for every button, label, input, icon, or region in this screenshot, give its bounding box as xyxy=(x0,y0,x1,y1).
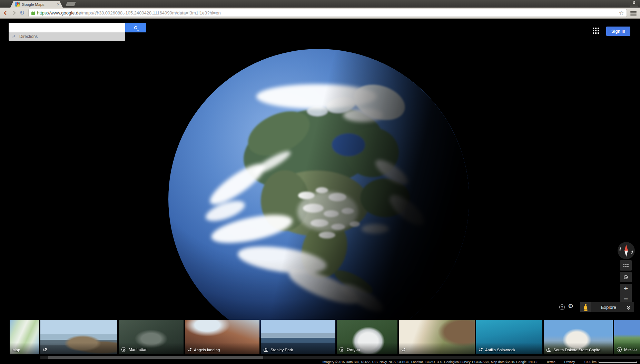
carousel-scrollbar-thumb[interactable] xyxy=(48,356,263,359)
carousel-item-map[interactable]: Map xyxy=(10,320,39,354)
photosphere-icon: ↺ xyxy=(401,347,406,352)
new-tab-button[interactable] xyxy=(66,2,76,6)
zoom-in-button[interactable]: + xyxy=(620,284,632,294)
map-viewport[interactable]: Directions Sign in + − ? ⚙ Explore xyxy=(0,19,640,364)
attribution-bar: Imagery ©2015 Data SIO, NOAA, U.S. Navy,… xyxy=(0,360,640,364)
url-bar[interactable]: https://www.google.de/maps/@38.0026088,-… xyxy=(28,9,627,17)
imagery-grid-button[interactable] xyxy=(620,260,632,271)
carousel-item-oregon[interactable]: Oregon xyxy=(337,320,397,354)
search-container xyxy=(9,23,146,32)
imagery-attribution: Imagery ©2015 Data SIO, NOAA, U.S. Navy,… xyxy=(323,360,538,364)
browser-menu-icon[interactable] xyxy=(630,11,637,16)
scale-label: 1000 km xyxy=(584,360,597,364)
carousel-item-angels-landing[interactable]: ↺Angels landing xyxy=(185,320,259,354)
thumb-label: Stanley Park xyxy=(270,348,293,352)
search-button[interactable] xyxy=(125,23,146,32)
camera-icon xyxy=(264,348,268,352)
padlock-icon xyxy=(31,12,35,15)
url-scheme: https xyxy=(37,10,47,16)
explore-bar: Explore xyxy=(580,302,634,312)
bookmark-star-icon[interactable]: ☆ xyxy=(619,10,624,16)
profile-button[interactable] xyxy=(630,1,638,7)
browser-toolbar: ↻ https://www.google.de/maps/@38.0026088… xyxy=(0,8,640,19)
thumb-label: Map xyxy=(12,348,20,352)
url-text: https://www.google.de/maps/@38.0026088,-… xyxy=(37,10,617,16)
imagery-grid-icon xyxy=(623,264,629,267)
browser-titlebar: Google Maps × xyxy=(0,0,640,8)
privacy-link[interactable]: Privacy xyxy=(564,360,575,364)
scale-bar xyxy=(599,361,637,363)
tab-close-icon[interactable]: × xyxy=(57,2,59,7)
compass-control[interactable] xyxy=(617,242,635,260)
help-icon[interactable]: ? xyxy=(559,304,565,310)
my-location-icon xyxy=(624,275,628,279)
carousel-item-photosphere[interactable]: ↺ xyxy=(40,320,117,354)
carousel-item-mexico[interactable]: Mexico xyxy=(614,320,640,354)
explore-label: Explore xyxy=(591,305,627,310)
profile-icon xyxy=(633,2,635,4)
pegman-button[interactable] xyxy=(580,302,591,312)
directions-label: Directions xyxy=(19,34,38,39)
my-location-button[interactable] xyxy=(620,272,632,282)
pegman-icon xyxy=(584,304,587,311)
carousel-scrollbar xyxy=(40,356,640,359)
photo-carousel: Map ↺ Manhattan ↺Angels landing Stanley … xyxy=(0,320,640,354)
carousel-item-antilla-shipwreck[interactable]: ↺Antilla Shipwreck xyxy=(476,320,542,354)
earth-view-icon xyxy=(121,347,126,352)
directions-icon xyxy=(12,34,17,39)
carousel-item-sd-capitol[interactable]: South Dakota State Capitol xyxy=(544,320,613,354)
photosphere-icon: ↺ xyxy=(187,347,192,352)
reload-icon[interactable]: ↻ xyxy=(20,10,24,16)
settings-gear-icon[interactable]: ⚙ xyxy=(568,303,573,309)
url-host: ://www.google.de xyxy=(47,10,81,16)
earth-globe[interactable] xyxy=(168,49,469,350)
back-icon[interactable] xyxy=(3,11,8,15)
apps-grid-icon[interactable] xyxy=(593,28,599,34)
search-icon xyxy=(134,26,137,29)
thumb-label: Angels landing xyxy=(194,348,220,352)
carousel-item-photosphere[interactable]: ↺ xyxy=(399,320,475,354)
terms-link[interactable]: Terms xyxy=(547,360,555,364)
directions-menu-item[interactable]: Directions xyxy=(9,32,125,41)
zoom-controls: + − xyxy=(620,284,632,304)
earth-globe-graphic xyxy=(168,49,469,350)
photosphere-icon: ↺ xyxy=(42,347,47,352)
url-path: /maps/@38.0026088,-105.2400428,11164090m… xyxy=(81,10,220,16)
thumb-label: Antilla Shipwreck xyxy=(485,348,515,352)
thumb-label: Oregon xyxy=(347,347,360,352)
compass-icon xyxy=(617,242,635,260)
thumb-label: Manhattan xyxy=(129,347,147,352)
map-scale: 1000 km xyxy=(584,360,637,364)
search-input[interactable] xyxy=(9,23,125,32)
google-maps-favicon xyxy=(15,2,20,7)
collapse-chevron-icon[interactable] xyxy=(627,305,631,310)
sign-in-button[interactable]: Sign in xyxy=(606,27,630,36)
thumb-label: Mexico xyxy=(624,347,637,352)
earth-view-icon xyxy=(339,347,344,352)
carousel-item-stanley-park[interactable]: Stanley Park xyxy=(261,320,335,354)
camera-icon xyxy=(547,348,551,352)
thumb-label: South Dakota State Capitol xyxy=(553,348,601,352)
browser-tab[interactable]: Google Maps × xyxy=(10,1,63,8)
carousel-item-manhattan[interactable]: Manhattan xyxy=(119,320,184,354)
tab-title: Google Maps xyxy=(22,2,56,7)
photosphere-icon: ↺ xyxy=(478,347,483,352)
forward-icon[interactable] xyxy=(11,11,16,15)
earth-view-icon xyxy=(617,347,622,352)
